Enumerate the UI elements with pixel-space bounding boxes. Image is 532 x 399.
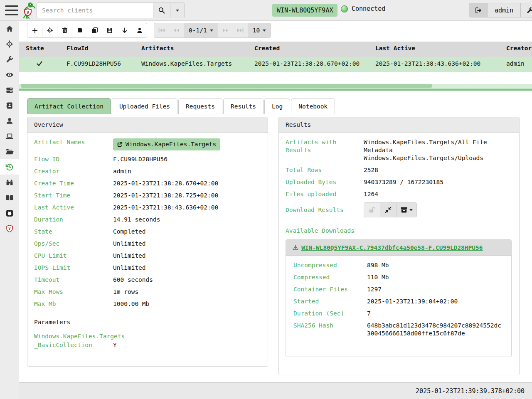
field-label: State xyxy=(34,228,113,236)
connected-indicator-icon xyxy=(341,5,348,12)
tab-artifact-collection[interactable]: Artifact Collection xyxy=(27,98,111,114)
save-icon xyxy=(106,27,113,34)
delete-collection-button[interactable] xyxy=(57,23,72,38)
flows-toolbar xyxy=(27,23,147,38)
horizontal-scrollbar[interactable] xyxy=(19,84,532,88)
caret-down-icon xyxy=(176,10,179,12)
download-file-link[interactable]: WIN-WL80Q5YF9AX-C.79437dbfc4a50e58-F.CU9… xyxy=(293,244,483,251)
table-pagination: 0-1/1 10 xyxy=(154,23,271,38)
column-header-creator[interactable]: Creator xyxy=(506,45,532,52)
password-protect-button[interactable] xyxy=(364,202,380,217)
search-options-button[interactable] xyxy=(170,2,185,18)
sidebar-item-server-artifacts[interactable] xyxy=(0,52,19,67)
home-icon xyxy=(5,25,14,33)
column-header-created[interactable]: Created xyxy=(254,45,280,52)
first-page-button[interactable] xyxy=(154,23,169,38)
rewind-icon xyxy=(173,28,180,33)
new-collection-button[interactable] xyxy=(27,23,42,38)
sidebar-item-github[interactable] xyxy=(0,205,19,221)
settings-button[interactable] xyxy=(521,3,532,17)
previous-page-button[interactable] xyxy=(169,23,184,38)
wrench-icon xyxy=(5,55,14,64)
field-label: Artifact Names xyxy=(34,138,113,150)
copy-collection-button[interactable] xyxy=(87,23,102,38)
collection-owner-button[interactable] xyxy=(132,23,147,38)
column-header-flowid[interactable]: FlowId xyxy=(66,45,88,52)
sidebar-item-client-events[interactable] xyxy=(0,175,19,190)
sidebar-item-interrogate[interactable] xyxy=(0,128,19,144)
book-open-icon xyxy=(5,194,14,202)
crosshairs-icon xyxy=(5,40,14,48)
sidebar-item-clients[interactable] xyxy=(0,113,19,128)
artifact-name-badge[interactable]: Windows.KapeFiles.Targets xyxy=(113,138,220,150)
connection-status: Connected xyxy=(341,5,385,12)
prepare-download-button[interactable] xyxy=(396,202,417,217)
next-page-button[interactable] xyxy=(218,23,233,38)
sidebar-item-velociraptor-docs[interactable]: V xyxy=(0,221,19,236)
save-collection-button[interactable] xyxy=(102,23,117,38)
svg-text:V: V xyxy=(27,10,29,15)
hamburger-menu-icon[interactable] xyxy=(5,5,18,15)
tab-uploaded-files[interactable]: Uploaded Files xyxy=(112,98,177,114)
results-card: Results Artifacts with Results Windows.K… xyxy=(278,117,520,375)
folder-open-icon xyxy=(5,148,14,156)
field-label: Last Active xyxy=(34,204,113,212)
sidebar-item-host-info[interactable] xyxy=(0,98,19,113)
field-value: 1m rows xyxy=(113,288,138,296)
client-id-badge[interactable]: WIN-WL80Q5YF9AX xyxy=(272,4,337,17)
sidebar-item-vfs[interactable] xyxy=(0,144,19,159)
username-button[interactable]: admin xyxy=(488,3,521,17)
archive-icon xyxy=(400,206,408,214)
download-file-name: WIN-WL80Q5YF9AX-C.79437dbfc4a50e58-F.CU9… xyxy=(301,244,483,251)
sidebar-item-home[interactable] xyxy=(0,21,19,36)
overview-card-title: Overview xyxy=(27,117,268,133)
add-to-hunt-button[interactable] xyxy=(42,23,57,38)
sidebar-item-server-events[interactable] xyxy=(0,82,19,98)
sidebar-item-collected-artifacts[interactable] xyxy=(0,159,19,175)
tab-results[interactable]: Results xyxy=(223,98,264,114)
download-icon xyxy=(293,245,298,250)
field-label: Artifacts with Results xyxy=(286,138,364,162)
artifact-result-item: Windows.KapeFiles.Targets/All File Metad… xyxy=(364,138,512,154)
sidebar-item-hunts[interactable] xyxy=(0,36,19,52)
page-range-dropdown[interactable]: 0-1/1 xyxy=(184,23,218,38)
search-button[interactable] xyxy=(153,2,170,18)
results-card-title: Results xyxy=(279,117,519,133)
field-value: 648b3abc81d123d3478c984207c88924552dc300… xyxy=(367,322,505,337)
tab-requests[interactable]: Requests xyxy=(178,98,222,114)
column-header-last-active[interactable]: Last Active xyxy=(375,45,415,52)
column-header-state[interactable]: State xyxy=(26,45,44,52)
velociraptor-shield-icon: V xyxy=(5,224,14,233)
field-value: 2025-01-23T21:38:28.670+02:00 xyxy=(113,180,218,187)
plus-icon xyxy=(32,27,38,34)
page-size-dropdown[interactable]: 10 xyxy=(248,23,271,38)
tab-log[interactable]: Log xyxy=(264,98,290,114)
export-button[interactable] xyxy=(117,23,132,38)
field-label: Uploaded Bytes xyxy=(286,178,364,186)
last-page-button[interactable] xyxy=(233,23,248,38)
scrollbar-thumb[interactable] xyxy=(21,84,432,88)
cell-flow-id: F.CU99LD28HPU56 xyxy=(66,60,121,67)
tab-notebook[interactable]: Notebook xyxy=(291,98,335,114)
sidebar-item-dashboard[interactable] xyxy=(0,67,19,82)
artifact-badge-label: Windows.KapeFiles.Targets xyxy=(126,140,216,148)
search-input[interactable] xyxy=(37,2,153,18)
cancel-collection-button[interactable] xyxy=(72,23,87,38)
wrench-icon xyxy=(526,7,532,14)
column-header-artifacts[interactable]: Artifacts xyxy=(141,45,174,52)
logout-button[interactable] xyxy=(469,3,488,17)
caret-down-icon xyxy=(409,209,413,211)
skip-start-icon xyxy=(158,28,165,33)
compress-download-button[interactable] xyxy=(380,202,397,217)
parameter-value: Y xyxy=(113,341,117,350)
field-label: Max Mb xyxy=(34,300,113,308)
parameter-artifact-name: Windows.KapeFiles.Targets xyxy=(34,332,261,341)
sidebar-item-notebooks[interactable] xyxy=(0,190,19,205)
table-row[interactable]: F.CU99LD28HPU56 Windows.KapeFiles.Target… xyxy=(19,57,532,72)
overview-card: Overview Artifact Names Windows.KapeFile… xyxy=(27,117,268,367)
field-label: Files uploaded xyxy=(286,190,364,198)
github-icon xyxy=(5,209,14,217)
field-label: Compressed xyxy=(293,273,367,281)
field-value: 1000.00 Mb xyxy=(113,300,149,308)
field-label: Download Results xyxy=(286,206,364,214)
